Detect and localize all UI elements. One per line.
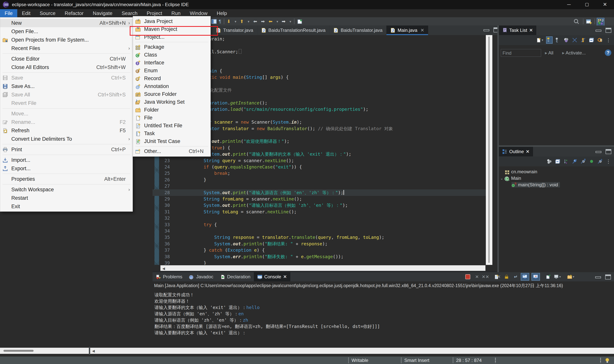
outline-node-cn-meowrain[interactable]: cn.meowrain bbox=[499, 169, 614, 175]
clear-console-icon[interactable]: ✕ bbox=[493, 273, 501, 280]
file-menu-item-export[interactable]: Export... bbox=[0, 164, 133, 173]
view-menu-icon[interactable]: ⋮ bbox=[606, 37, 611, 43]
pin-console-icon[interactable] bbox=[545, 273, 552, 280]
minimize-button[interactable]: ─ bbox=[560, 0, 578, 9]
scheduled-view-icon[interactable] bbox=[555, 37, 561, 43]
new-submenu-item-task[interactable]: Task bbox=[133, 130, 210, 137]
word-wrap-icon[interactable]: ↵ bbox=[512, 273, 519, 280]
new-submenu-item-junit-test-case[interactable]: JUnit Test Case bbox=[133, 137, 210, 145]
file-menu-item-save-all[interactable]: Save AllCtrl+Shift+S bbox=[0, 91, 133, 99]
file-menu-item-refresh[interactable]: RefreshF5 bbox=[0, 126, 133, 135]
java-perspective-icon[interactable]: J bbox=[597, 18, 604, 26]
code-line-35[interactable]: 35 String response = translator.translat… bbox=[152, 234, 486, 241]
close-button[interactable]: ✕ bbox=[596, 0, 614, 9]
sort-icon[interactable]: az bbox=[563, 158, 569, 165]
display-console-icon[interactable]: ▼ bbox=[554, 273, 561, 280]
outline-node-main[interactable]: ⌄CMain bbox=[499, 175, 614, 182]
menu-navigate[interactable]: Navigate bbox=[88, 9, 117, 17]
maximize-view-icon[interactable] bbox=[605, 274, 611, 279]
last-edit-location-icon[interactable]: ⬅ bbox=[269, 18, 273, 25]
scroll-left-icon[interactable]: ◀ bbox=[162, 266, 165, 271]
outline-node-main-string-void[interactable]: Smain(String[]) : void bbox=[499, 182, 614, 188]
prev-annotation-dropdown-icon[interactable]: ▼ bbox=[247, 18, 250, 25]
editor-right-splitter[interactable] bbox=[497, 26, 499, 272]
hide-completed-icon[interactable] bbox=[572, 37, 578, 43]
code-line-24[interactable]: 24 if (query.equalsIgnoreCase("exit")) { bbox=[152, 164, 486, 170]
minimize-view-icon[interactable] bbox=[596, 30, 601, 32]
menu-refactor[interactable]: Refactor bbox=[60, 9, 88, 17]
editor-tab-translator-java[interactable]: JTranslator.java bbox=[212, 26, 257, 35]
code-line-26[interactable]: 26 } bbox=[152, 177, 486, 183]
console-tab-problems[interactable]: Problems bbox=[152, 272, 186, 281]
hide-local-types-icon[interactable]: L bbox=[597, 158, 603, 165]
forward-history-icon[interactable]: ➡ bbox=[282, 18, 286, 25]
code-line-39[interactable]: 39 } bbox=[152, 260, 486, 265]
prev-annotation-icon[interactable]: ⬆ bbox=[240, 18, 244, 25]
synchronize-icon[interactable] bbox=[597, 37, 603, 43]
tab-task-list[interactable]: Task List✕ bbox=[499, 26, 536, 35]
hide-fields-icon[interactable]: f bbox=[572, 158, 578, 165]
file-menu-item-new[interactable]: NewAlt+Shift+N› bbox=[0, 19, 133, 27]
menu-help[interactable]: Help bbox=[212, 9, 232, 17]
collapse-all-icon[interactable] bbox=[555, 158, 561, 165]
editor-part-icon[interactable] bbox=[211, 18, 217, 25]
file-menu-item-open-file[interactable]: Open File... bbox=[0, 27, 133, 36]
maximize-view-icon[interactable] bbox=[606, 149, 611, 154]
task-outline-splitter[interactable] bbox=[499, 145, 614, 147]
maximize-button[interactable]: ▢ bbox=[578, 0, 596, 9]
console-hscrollbar[interactable]: ◀ bbox=[90, 348, 614, 354]
tree-expander-icon[interactable]: ⌄ bbox=[499, 176, 505, 181]
code-line-34[interactable]: 34 bbox=[152, 228, 486, 234]
console-tab-declaration[interactable]: Declaration bbox=[217, 272, 254, 281]
link-with-editor-icon[interactable] bbox=[546, 158, 552, 165]
new-submenu-item-untitled-text-file[interactable]: Untitled Text File bbox=[133, 122, 210, 130]
filter-all[interactable]: All bbox=[548, 50, 553, 55]
tab-outline[interactable]: Outline✕ bbox=[499, 147, 533, 156]
hide-non-public-icon[interactable] bbox=[589, 158, 594, 165]
close-icon[interactable]: ✕ bbox=[283, 274, 287, 279]
forward-history-dropdown-icon[interactable]: ▼ bbox=[289, 18, 292, 25]
new-submenu-item-source-folder[interactable]: Source Folder bbox=[133, 90, 210, 98]
file-menu-item-switch-workspace[interactable]: Switch Workspace› bbox=[0, 185, 133, 194]
categorized-view-icon[interactable] bbox=[546, 37, 552, 43]
new-submenu-item-other[interactable]: Other...Ctrl+N bbox=[133, 147, 210, 155]
next-annotation-icon[interactable]: ⬇ bbox=[227, 18, 231, 25]
new-submenu-item-interface[interactable]: IInterface bbox=[133, 59, 210, 67]
new-submenu-item-package[interactable]: Package bbox=[133, 43, 210, 51]
menu-edit[interactable]: Edit bbox=[17, 9, 35, 17]
close-icon[interactable]: ✕ bbox=[420, 28, 424, 33]
collapse-all-icon[interactable] bbox=[589, 37, 594, 43]
forward-icon[interactable]: ➡ bbox=[261, 18, 265, 25]
code-line-27[interactable]: 27 bbox=[152, 183, 486, 189]
file-menu-item-close-all-editors[interactable]: Close All EditorsCtrl+Shift+W bbox=[0, 63, 133, 71]
minimize-view-icon[interactable] bbox=[595, 276, 601, 278]
next-annotation-dropdown-icon[interactable]: ▼ bbox=[234, 18, 237, 25]
new-submenu-item-enum[interactable]: EEnum bbox=[133, 67, 210, 75]
new-submenu-item-java-working-set[interactable]: JJava Working Set bbox=[133, 98, 210, 106]
file-menu-item-properties[interactable]: PropertiesAlt+Enter bbox=[0, 175, 133, 183]
file-menu-item-revert-file[interactable]: Revert File bbox=[0, 99, 133, 107]
open-perspective-icon[interactable] bbox=[586, 18, 592, 25]
notification-bulb-icon[interactable] bbox=[604, 357, 610, 363]
console-output[interactable]: 读取配置文件成功！欢迎使用翻译器！请输入要翻译的文本（输入 'exit' 退出）… bbox=[152, 290, 614, 347]
file-menu-item-close-editor[interactable]: Close EditorCtrl+W bbox=[0, 55, 133, 63]
new-submenu-item-file[interactable]: File bbox=[133, 114, 210, 122]
close-icon[interactable]: ✕ bbox=[529, 28, 533, 33]
code-line-25[interactable]: 25 break; bbox=[152, 170, 486, 177]
search-icon[interactable] bbox=[573, 18, 579, 25]
scroll-lock-icon[interactable] bbox=[503, 273, 510, 280]
panel-splitter[interactable] bbox=[89, 347, 90, 355]
help-icon[interactable]: ? bbox=[605, 50, 611, 56]
show-whitespace-icon[interactable]: ¶ bbox=[219, 18, 221, 25]
new-submenu-item-folder[interactable]: Folder bbox=[133, 106, 210, 114]
code-line-38[interactable]: 38 System.err.println("翻译失败: " + e.getMe… bbox=[152, 253, 486, 260]
file-menu-item-save-as[interactable]: Save As... bbox=[0, 82, 133, 91]
console-tab-console[interactable]: Console✕ bbox=[254, 272, 290, 281]
minimize-view-icon[interactable] bbox=[484, 29, 489, 31]
editor-tab-baidutranslationresult-java[interactable]: JBaiduTranslationResult.java bbox=[257, 26, 330, 35]
hide-static-icon[interactable]: S bbox=[580, 158, 586, 165]
presentation-icon[interactable] bbox=[563, 37, 569, 43]
file-menu-item-open-projects-from-file-system[interactable]: Open Projects from File System... bbox=[0, 36, 133, 44]
new-submenu-item-record[interactable]: RRecord bbox=[133, 75, 210, 82]
file-menu-item-print[interactable]: PrintCtrl+P bbox=[0, 145, 133, 154]
